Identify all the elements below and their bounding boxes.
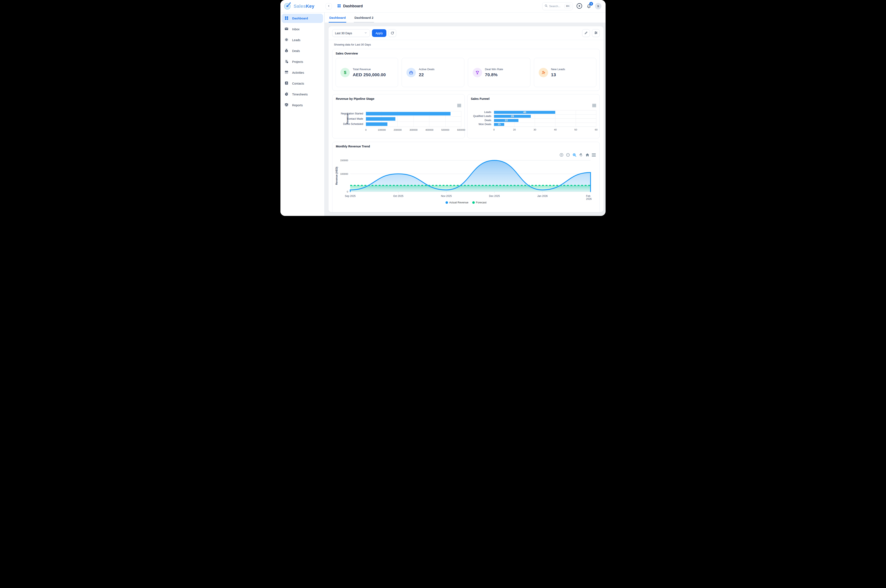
pan-hand-button[interactable] bbox=[579, 153, 583, 157]
stat-text: Total RevenueAED 250,000.00 bbox=[353, 68, 386, 77]
briefcase-icon bbox=[406, 68, 416, 77]
search-input[interactable]: Search... ⌘K bbox=[542, 2, 573, 10]
refresh-button[interactable] bbox=[388, 29, 396, 37]
contacts-book-icon bbox=[284, 81, 289, 86]
x-axis-line bbox=[494, 126, 596, 127]
money-bag-icon: $ bbox=[284, 48, 289, 54]
bar-chart-pipeline[interactable]: Revenue010000020000030000040000050000060… bbox=[332, 94, 465, 138]
projects-doc-icon bbox=[284, 59, 289, 64]
brand-logo[interactable]: SalesKey bbox=[280, 2, 325, 11]
stat-card-total-revenue: $Total RevenueAED 250,000.00 bbox=[335, 58, 398, 87]
pan-hand-icon bbox=[579, 153, 583, 157]
zoom-out-icon bbox=[566, 153, 570, 157]
apply-button[interactable]: Apply bbox=[372, 29, 387, 37]
dashboard-grid-icon bbox=[284, 16, 289, 21]
chart-plot-area[interactable]: 0203040506040282215 bbox=[494, 110, 596, 126]
bar-chart-funnel[interactable]: 0203040506040282215LeadsQualified LeadsD… bbox=[468, 94, 600, 138]
dashboard-settings-button[interactable] bbox=[592, 29, 600, 37]
x-tick-label: 20 bbox=[513, 128, 516, 131]
sidebar-item-contacts[interactable]: Contacts bbox=[282, 79, 323, 88]
dashboard-board: Last 30 Days Apply bbox=[328, 26, 603, 212]
trophy-icon bbox=[473, 68, 482, 77]
legend-item-actual-revenue[interactable]: Actual Revenue bbox=[445, 201, 468, 204]
x-tick-label: 300000 bbox=[409, 129, 418, 131]
edit-dashboard-button[interactable] bbox=[582, 29, 590, 37]
play-icon bbox=[576, 3, 582, 10]
row-separator bbox=[366, 116, 461, 117]
x-tick-label: Oct 2025 bbox=[393, 195, 403, 198]
menu-button[interactable] bbox=[592, 153, 596, 157]
tab-dashboard-2[interactable]: Dashboard 2 bbox=[354, 16, 374, 22]
trend-chart-plot[interactable] bbox=[350, 160, 591, 194]
app-window: SalesKey Dashboard Search... ⌘K bbox=[280, 0, 606, 216]
zoom-in-button[interactable] bbox=[560, 153, 564, 157]
category-label: Leads bbox=[469, 111, 491, 114]
play-button[interactable] bbox=[576, 3, 582, 10]
selection-zoom-button[interactable] bbox=[572, 153, 576, 157]
row-separator bbox=[366, 122, 461, 122]
sidebar-item-label: Timesheets bbox=[292, 93, 308, 96]
target-logo-icon bbox=[283, 2, 292, 11]
chart-legend: Actual RevenueForecast bbox=[332, 201, 600, 204]
sidebar-item-inbox[interactable]: Inbox bbox=[282, 25, 323, 34]
sidebar-item-reports[interactable]: Reports bbox=[282, 100, 323, 110]
chart-title: Monthly Revenue Trend bbox=[336, 145, 596, 148]
sidebar-item-label: Dashboard bbox=[292, 17, 308, 20]
trend-chart-card: Monthly Revenue Trend1500001000000Revenu… bbox=[332, 142, 600, 214]
notification-badge: 0 bbox=[589, 2, 593, 6]
sidebar-item-label: Contacts bbox=[292, 82, 304, 85]
tab-dashboard[interactable]: Dashboard bbox=[329, 16, 346, 22]
x-axis-line bbox=[366, 127, 461, 127]
menu-icon bbox=[592, 153, 596, 157]
x-tick-label: Nov 2025 bbox=[441, 195, 451, 198]
date-range-value: Last 30 Days bbox=[335, 32, 364, 35]
x-tick-label: 400000 bbox=[426, 129, 433, 131]
x-tick-label: Jan 2026 bbox=[537, 195, 548, 198]
sidebar-item-label: Reports bbox=[292, 104, 303, 107]
sidebar: DashboardInboxLeads$DealsProjectsActivit… bbox=[280, 12, 325, 216]
legend-label: Forecast bbox=[476, 201, 487, 204]
stat-label: Deal Win Rate bbox=[485, 68, 503, 71]
tab-bar: DashboardDashboard 2 bbox=[325, 12, 606, 22]
x-tick-label: 60 bbox=[595, 128, 598, 131]
x-tick-label: Sep 2025 bbox=[345, 195, 355, 198]
bar-negotiation-started[interactable] bbox=[366, 112, 451, 116]
topbar-actions: Search... ⌘K 0 S bbox=[542, 2, 606, 10]
pipeline-chart-card: Revenue by Pipeline StageRevenue01000002… bbox=[332, 94, 465, 138]
sliders-icon bbox=[594, 31, 598, 35]
zoom-in-icon bbox=[560, 153, 564, 157]
legend-item-forecast[interactable]: Forecast bbox=[472, 201, 487, 204]
refresh-icon bbox=[391, 31, 394, 35]
date-range-select[interactable]: Last 30 Days bbox=[332, 29, 370, 37]
sidebar-item-dashboard[interactable]: Dashboard bbox=[282, 14, 323, 23]
avatar[interactable]: S bbox=[595, 3, 602, 9]
bar-demo-scheduled[interactable] bbox=[366, 122, 387, 126]
stat-text: New Leads13 bbox=[551, 68, 565, 77]
notifications-button[interactable]: 0 bbox=[586, 3, 591, 9]
stat-card-new-leads: New Leads13 bbox=[534, 58, 596, 87]
zoom-out-button[interactable] bbox=[566, 153, 570, 157]
sidebar-item-activities[interactable]: Activities bbox=[282, 68, 323, 77]
search-placeholder: Search... bbox=[549, 4, 563, 8]
x-tick-label: 0 bbox=[493, 128, 495, 131]
svg-text:$: $ bbox=[286, 50, 287, 52]
category-label: Demo Scheduled bbox=[341, 123, 363, 126]
sidebar-item-label: Activities bbox=[292, 71, 304, 74]
y-tick-label: 0 bbox=[335, 190, 348, 193]
sidebar-item-deals[interactable]: $Deals bbox=[282, 46, 323, 56]
sidebar-item-projects[interactable]: Projects bbox=[282, 57, 323, 66]
dollar-icon: $ bbox=[340, 68, 350, 77]
bar-contact-made[interactable] bbox=[366, 117, 396, 121]
chart-plot-area[interactable]: 0100000200000300000400000500000600000 bbox=[366, 111, 461, 127]
sidebar-item-leads[interactable]: Leads bbox=[282, 36, 323, 45]
bar-data-label: 28 bbox=[511, 115, 514, 118]
home-button[interactable] bbox=[585, 153, 590, 157]
bar-data-label: 22 bbox=[505, 119, 508, 122]
sidebar-collapse-button[interactable] bbox=[326, 3, 332, 9]
stat-text: Deal Win Rate70.8% bbox=[485, 68, 503, 77]
sidebar-item-timesheets[interactable]: Timesheets bbox=[282, 90, 323, 99]
y-axis-title: Revenue (AED) bbox=[335, 163, 338, 188]
stopwatch-icon bbox=[284, 92, 289, 97]
x-tick-label: Dec 2025 bbox=[489, 195, 499, 198]
sidebar-item-label: Leads bbox=[292, 38, 301, 42]
